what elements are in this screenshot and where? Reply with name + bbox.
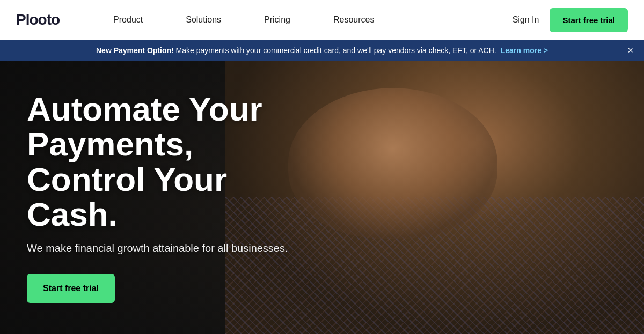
hero-title-line1: Automate Your Payments, xyxy=(27,91,262,162)
banner-text: New Payment Option! Make payments with y… xyxy=(21,46,623,55)
announcement-banner: New Payment Option! Make payments with y… xyxy=(0,40,644,61)
brand-logo[interactable]: Plooto xyxy=(16,11,60,28)
navbar: Plooto Product Solutions Pricing Resourc… xyxy=(0,0,644,40)
sign-in-link[interactable]: Sign In xyxy=(513,15,539,25)
hero-section: Automate Your Payments, Control Your Cas… xyxy=(0,61,644,334)
nav-links: Product Solutions Pricing Resources xyxy=(92,0,513,40)
banner-learn-more-link[interactable]: Learn more > xyxy=(501,46,548,55)
banner-bold: New Payment Option! xyxy=(96,46,174,55)
hero-content: Automate Your Payments, Control Your Cas… xyxy=(0,92,349,302)
hero-title-line2: Control Your Cash. xyxy=(27,161,227,233)
start-free-trial-button-hero[interactable]: Start free trial xyxy=(27,274,115,303)
nav-item-solutions[interactable]: Solutions xyxy=(164,0,243,40)
hero-title: Automate Your Payments, Control Your Cas… xyxy=(27,92,322,231)
nav-item-pricing[interactable]: Pricing xyxy=(243,0,312,40)
banner-message: Make payments with your commercial credi… xyxy=(174,46,496,55)
banner-close-button[interactable]: × xyxy=(627,45,633,56)
hero-subtitle: We make financial growth attainable for … xyxy=(27,242,322,255)
nav-item-product[interactable]: Product xyxy=(92,0,164,40)
start-free-trial-button-nav[interactable]: Start free trial xyxy=(550,8,628,32)
nav-item-resources[interactable]: Resources xyxy=(312,0,396,40)
nav-actions: Sign In Start free trial xyxy=(513,8,628,32)
